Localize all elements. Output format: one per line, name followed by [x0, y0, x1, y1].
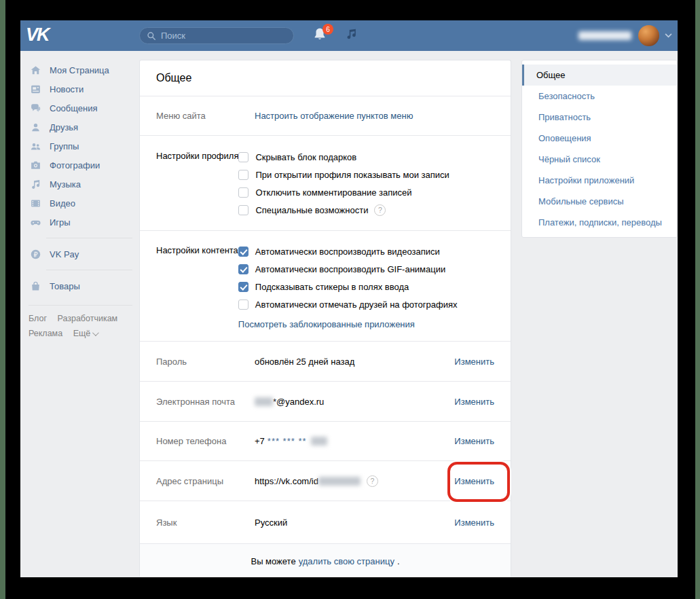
sidebar-item-groups[interactable]: Группы — [20, 137, 139, 156]
language-value: Русский — [255, 518, 287, 528]
sidebar-item-friends[interactable]: Друзья — [20, 117, 139, 137]
footer-link-more[interactable]: Ещё — [73, 329, 98, 338]
page-title: Общее — [140, 60, 511, 96]
checkbox-show-my-posts[interactable]: При открытии профиля показывать мои запи… — [238, 166, 494, 183]
market-icon — [29, 280, 42, 292]
checkbox[interactable] — [238, 170, 248, 180]
checkbox-disable-comments[interactable]: Отключить комментирование записей — [238, 183, 494, 201]
checkbox-sticker-suggest[interactable]: Подсказывать стикеры в полях ввода — [238, 278, 494, 295]
vk-settings-page: VK 6 — [20, 20, 678, 577]
sidebar-divider — [29, 305, 132, 306]
checkbox[interactable] — [238, 264, 248, 274]
checkbox-hide-gifts[interactable]: Скрывать блок подарков — [238, 148, 494, 166]
sidebar-item-my-page[interactable]: Моя Страница — [20, 60, 139, 79]
row-label: Номер телефона — [156, 436, 255, 446]
chevron-down-icon — [92, 329, 99, 336]
sidebar-divider — [46, 270, 132, 270]
delete-page-link[interactable]: удалить свою страницу — [299, 556, 394, 566]
sidebar-item-vkpay[interactable]: VK Pay — [20, 244, 139, 264]
redacted-text — [311, 437, 327, 446]
row-label: Настройки профиля — [156, 151, 238, 161]
blocked-apps-link[interactable]: Посмотреть заблокированные приложения — [238, 319, 415, 329]
language-row: Язык Русский Изменить — [140, 501, 511, 544]
configure-menu-link[interactable]: Настроить отображение пунктов меню — [255, 111, 413, 121]
sidebar-item-video[interactable]: Видео — [20, 194, 139, 213]
redacted-text — [318, 477, 361, 486]
help-icon[interactable] — [367, 475, 378, 487]
page-address-row: Адрес страницы https://vk.com/id Изменит… — [140, 461, 511, 501]
footer-link-blog[interactable]: Блог — [29, 314, 47, 323]
row-label: Пароль — [156, 357, 255, 367]
change-password-link[interactable]: Изменить — [454, 357, 494, 367]
page-address-value: https://vk.com/id — [255, 475, 378, 487]
change-language-link[interactable]: Изменить — [454, 518, 494, 528]
sidebar-item-photos[interactable]: Фотографии — [20, 156, 139, 175]
profile-settings-section: Настройки профиля Скрывать блок подарков… — [140, 136, 511, 231]
vkpay-icon — [29, 249, 42, 260]
music-button[interactable] — [345, 27, 364, 46]
friends-icon — [29, 122, 42, 133]
sidebar-divider — [46, 238, 132, 238]
settings-nav: Общее Безопасность Приватность Оповещени… — [521, 60, 678, 238]
row-label: Язык — [156, 518, 255, 528]
checkbox[interactable] — [238, 187, 248, 198]
sidebar-item-market[interactable]: Товары — [20, 276, 139, 295]
email-value: *@yandex.ru — [255, 397, 324, 407]
sidebar-item-games[interactable]: Игры — [20, 213, 139, 232]
checkbox[interactable] — [238, 205, 248, 215]
checkbox[interactable] — [238, 300, 248, 310]
row-label: Меню сайта — [156, 111, 255, 121]
sidebar-item-news[interactable]: Новости — [20, 79, 139, 98]
checkbox-autoplay-videos[interactable]: Автоматически воспроизводить видеозаписи — [238, 242, 494, 260]
change-email-link[interactable]: Изменить — [454, 397, 494, 407]
tab-mobile[interactable]: Мобильные сервисы — [522, 191, 677, 212]
footer-link-ads[interactable]: Реклама — [29, 329, 62, 338]
checkbox[interactable] — [238, 282, 248, 292]
chevron-down-icon — [665, 33, 672, 38]
games-icon — [29, 217, 42, 228]
tab-security[interactable]: Безопасность — [522, 86, 677, 107]
music-icon — [29, 179, 42, 190]
checkbox-accessibility[interactable]: Специальные возможности — [238, 201, 494, 219]
tab-apps[interactable]: Настройки приложений — [522, 170, 677, 191]
music-note-icon — [345, 27, 358, 41]
left-sidebar: Моя Страница Новости Сообщения Друзья Гр… — [20, 51, 139, 344]
checkbox[interactable] — [238, 247, 248, 257]
tab-general[interactable]: Общее — [522, 65, 677, 86]
tab-payments[interactable]: Платежи, подписки, переводы — [522, 212, 677, 233]
avatar — [638, 25, 659, 46]
change-phone-link[interactable]: Изменить — [454, 436, 494, 446]
sidebar-item-music[interactable]: Музыка — [20, 175, 139, 194]
checkbox[interactable] — [238, 152, 248, 162]
sidebar-item-messages[interactable]: Сообщения — [20, 98, 139, 117]
password-row: Пароль обновлён 25 дней назад Изменить — [140, 342, 511, 382]
user-name-redacted — [578, 31, 631, 40]
checkbox-autoplay-gifs[interactable]: Автоматически воспроизводить GIF-анимаци… — [238, 260, 494, 278]
user-menu[interactable] — [578, 20, 672, 51]
email-row: Электронная почта *@yandex.ru Изменить — [140, 382, 511, 422]
search-field[interactable] — [161, 31, 287, 41]
checkbox-auto-tag-friends[interactable]: Автоматически отмечать друзей на фотогра… — [238, 295, 494, 313]
messages-icon — [29, 103, 42, 114]
footer-link-developers[interactable]: Разработчикам — [58, 314, 118, 323]
screenshot-frame-left — [0, 0, 5, 599]
vk-logo[interactable]: VK — [26, 24, 49, 46]
change-address-link[interactable]: Изменить — [454, 476, 494, 486]
redacted-text — [255, 397, 273, 406]
notifications-button[interactable]: 6 — [312, 26, 331, 45]
content-settings-section: Настройки контента Автоматически воспрои… — [140, 231, 511, 342]
notification-badge: 6 — [323, 24, 333, 35]
search-input[interactable] — [139, 27, 294, 44]
tab-notifications[interactable]: Оповещения — [522, 128, 677, 149]
tab-blacklist[interactable]: Чёрный список — [522, 149, 677, 170]
row-label: Адрес страницы — [156, 476, 255, 486]
delete-page-footer: Вы можете удалить свою страницу. — [140, 544, 511, 577]
tab-privacy[interactable]: Приватность — [522, 107, 677, 128]
photos-icon — [29, 160, 42, 171]
screenshot-frame-right — [695, 0, 700, 599]
sidebar-footer: Блог Разработчикам Реклама Ещё — [20, 314, 139, 338]
row-label: Настройки контента — [156, 245, 238, 255]
help-icon[interactable] — [374, 204, 386, 216]
groups-icon — [29, 141, 42, 152]
settings-main-panel: Общее Меню сайта Настроить отображение п… — [139, 60, 511, 577]
